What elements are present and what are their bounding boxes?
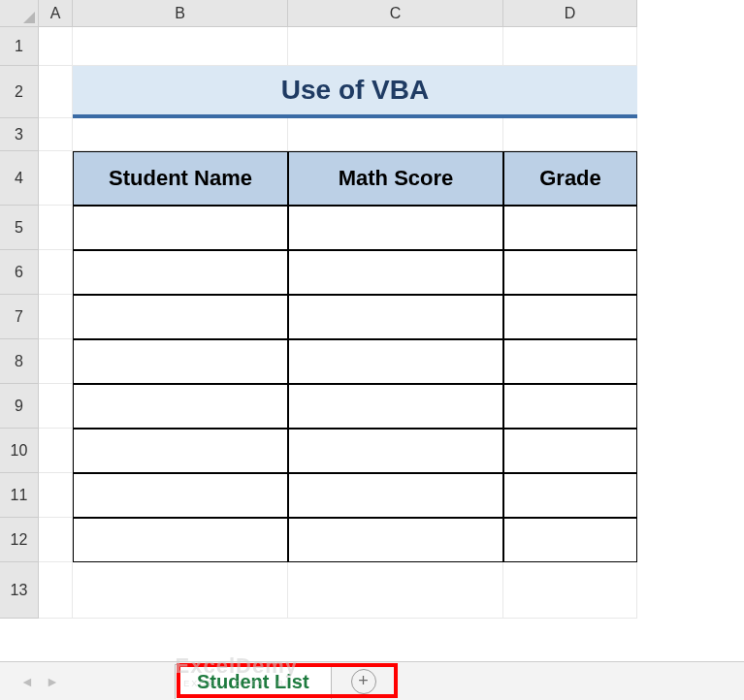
cell-C3[interactable]	[288, 118, 503, 151]
cell-C7[interactable]	[288, 295, 503, 339]
cell-A3[interactable]	[39, 118, 73, 151]
cell-A11[interactable]	[39, 473, 73, 518]
cell-C1[interactable]	[288, 27, 503, 66]
cell-A10[interactable]	[39, 429, 73, 473]
cell-A1[interactable]	[39, 27, 73, 66]
row-header-3[interactable]: 3	[0, 118, 39, 151]
cell-B3[interactable]	[73, 118, 288, 151]
col-header-D[interactable]: D	[503, 0, 637, 27]
table-header-student-name[interactable]: Student Name	[73, 151, 288, 206]
cells-layer: Use of VBA Student Name Math Score Grade	[39, 27, 637, 619]
spreadsheet-window: A B C D 1 2 3 4 5 6 7 8 9 10 11 12 13	[0, 0, 744, 700]
row-header-1[interactable]: 1	[0, 27, 39, 66]
row-header-12[interactable]: 12	[0, 518, 39, 562]
row-header-11[interactable]: 11	[0, 473, 39, 518]
row-5	[39, 206, 637, 250]
row-11	[39, 473, 637, 518]
cell-C10[interactable]	[288, 429, 503, 473]
cell-A12[interactable]	[39, 518, 73, 562]
row-header-7[interactable]: 7	[0, 295, 39, 339]
select-all-corner[interactable]	[0, 0, 39, 27]
table-header-grade[interactable]: Grade	[503, 151, 637, 206]
cell-B12[interactable]	[73, 518, 288, 562]
cell-A6[interactable]	[39, 250, 73, 295]
row-header-10[interactable]: 10	[0, 429, 39, 473]
row-header-2[interactable]: 2	[0, 66, 39, 118]
row-header-4[interactable]: 4	[0, 151, 39, 206]
cell-A2[interactable]	[39, 66, 73, 118]
cell-B9[interactable]	[73, 384, 288, 429]
cell-B5[interactable]	[73, 206, 288, 250]
cell-B6[interactable]	[73, 250, 288, 295]
table-header-math-score[interactable]: Math Score	[288, 151, 503, 206]
cell-B8[interactable]	[73, 339, 288, 384]
tab-nav-prev-icon[interactable]: ◄	[17, 672, 37, 691]
cell-C5[interactable]	[288, 206, 503, 250]
row-header-8[interactable]: 8	[0, 339, 39, 384]
cell-B10[interactable]	[73, 429, 288, 473]
cell-D11[interactable]	[503, 473, 637, 518]
cell-D13[interactable]	[503, 562, 637, 619]
cell-B7[interactable]	[73, 295, 288, 339]
cell-D1[interactable]	[503, 27, 637, 66]
row-header-5[interactable]: 5	[0, 206, 39, 250]
cell-B1[interactable]	[73, 27, 288, 66]
row-4: Student Name Math Score Grade	[39, 151, 637, 206]
sheet-tab-bar: ◄ ► Student List + ExcelDemy EXCEL · DAT…	[0, 661, 744, 700]
cell-D7[interactable]	[503, 295, 637, 339]
row-12	[39, 518, 637, 562]
cell-A4[interactable]	[39, 151, 73, 206]
col-header-C[interactable]: C	[288, 0, 503, 27]
add-sheet-icon[interactable]: +	[351, 669, 376, 694]
sheet-tab-active[interactable]: Student List	[175, 664, 332, 699]
cell-C6[interactable]	[288, 250, 503, 295]
cell-D5[interactable]	[503, 206, 637, 250]
row-9	[39, 384, 637, 429]
col-header-B[interactable]: B	[73, 0, 288, 27]
row-header-13[interactable]: 13	[0, 562, 39, 619]
tab-nav-next-icon[interactable]: ►	[43, 672, 62, 691]
row-10	[39, 429, 637, 473]
cell-C9[interactable]	[288, 384, 503, 429]
cell-C12[interactable]	[288, 518, 503, 562]
grid-area: A B C D 1 2 3 4 5 6 7 8 9 10 11 12 13	[0, 0, 744, 661]
row-6	[39, 250, 637, 295]
cell-C13[interactable]	[288, 562, 503, 619]
row-2: Use of VBA	[39, 66, 637, 118]
cell-D8[interactable]	[503, 339, 637, 384]
cell-B13[interactable]	[73, 562, 288, 619]
cell-A7[interactable]	[39, 295, 73, 339]
cell-C8[interactable]	[288, 339, 503, 384]
row-header-9[interactable]: 9	[0, 384, 39, 429]
row-headers: 1 2 3 4 5 6 7 8 9 10 11 12 13	[0, 27, 39, 619]
cell-A5[interactable]	[39, 206, 73, 250]
cell-D3[interactable]	[503, 118, 637, 151]
column-headers: A B C D	[39, 0, 637, 27]
row-13	[39, 562, 637, 619]
col-header-A[interactable]: A	[39, 0, 73, 27]
cell-D12[interactable]	[503, 518, 637, 562]
row-header-6[interactable]: 6	[0, 250, 39, 295]
title-cell[interactable]: Use of VBA	[73, 66, 637, 118]
row-1	[39, 27, 637, 66]
cell-A13[interactable]	[39, 562, 73, 619]
row-3	[39, 118, 637, 151]
row-7	[39, 295, 637, 339]
cell-D10[interactable]	[503, 429, 637, 473]
cell-D9[interactable]	[503, 384, 637, 429]
row-8	[39, 339, 637, 384]
cell-B11[interactable]	[73, 473, 288, 518]
cell-C11[interactable]	[288, 473, 503, 518]
cell-A8[interactable]	[39, 339, 73, 384]
cell-A9[interactable]	[39, 384, 73, 429]
cell-D6[interactable]	[503, 250, 637, 295]
